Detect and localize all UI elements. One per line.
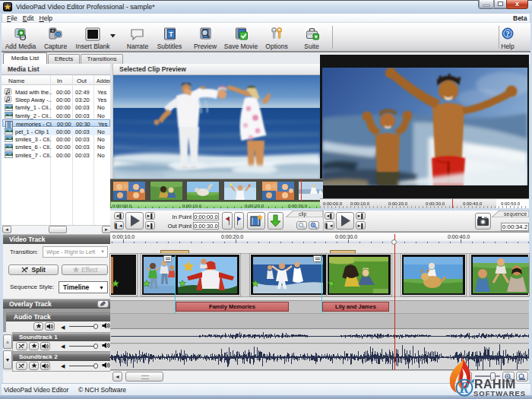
svg-text:SOFTWARES: SOFTWARES xyxy=(473,389,526,397)
svg-text:?: ? xyxy=(506,30,510,38)
svg-text:T: T xyxy=(169,30,173,38)
svg-text:R: R xyxy=(458,379,469,396)
